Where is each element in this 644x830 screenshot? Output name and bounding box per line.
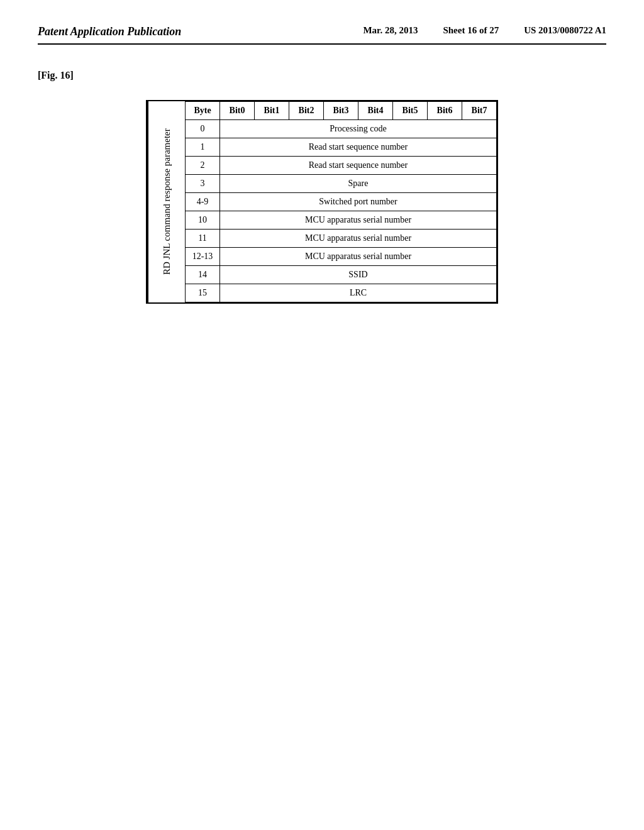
- table-row: 10 MCU apparatus serial number: [186, 211, 497, 230]
- table-row: 1 Read start sequence number: [186, 138, 497, 157]
- cell-byte: 4-9: [186, 193, 220, 211]
- col-header-bit6: Bit6: [428, 102, 462, 120]
- cell-description: Switched port number: [220, 193, 497, 211]
- data-table: Byte Bit0 Bit1 Bit2 Bit3 Bit4 Bit5 Bit6 …: [185, 101, 497, 302]
- table-header-row: Byte Bit0 Bit1 Bit2 Bit3 Bit4 Bit5 Bit6 …: [186, 102, 497, 120]
- cell-description: MCU apparatus serial number: [220, 211, 497, 230]
- cell-byte: 0: [186, 120, 220, 138]
- cell-description: Read start sequence number: [220, 157, 497, 175]
- publication-date: Mar. 28, 2013: [363, 25, 418, 36]
- table-outer-border: RD JNL command response parameter Byte B…: [146, 100, 498, 304]
- cell-description: SSID: [220, 266, 497, 284]
- sheet-info: Sheet 16 of 27: [443, 25, 499, 36]
- col-header-bit1: Bit1: [255, 102, 289, 120]
- col-header-bit3: Bit3: [324, 102, 358, 120]
- table-container: RD JNL command response parameter Byte B…: [38, 100, 606, 304]
- cell-byte: 15: [186, 284, 220, 302]
- col-header-bit4: Bit4: [358, 102, 393, 120]
- cell-description: Spare: [220, 175, 497, 193]
- page: Patent Application Publication Mar. 28, …: [0, 0, 644, 830]
- vertical-label: RD JNL command response parameter: [147, 101, 185, 302]
- cell-byte: 1: [186, 138, 220, 157]
- table-row: 2 Read start sequence number: [186, 157, 497, 175]
- cell-byte: 2: [186, 157, 220, 175]
- table-row: 15 LRC: [186, 284, 497, 302]
- cell-description: MCU apparatus serial number: [220, 248, 497, 266]
- cell-byte: 10: [186, 211, 220, 230]
- cell-byte: 3: [186, 175, 220, 193]
- table-row: 11 MCU apparatus serial number: [186, 230, 497, 248]
- header-meta: Mar. 28, 2013 Sheet 16 of 27 US 2013/008…: [363, 25, 606, 36]
- table-row: 0 Processing code: [186, 120, 497, 138]
- table-row: 12-13 MCU apparatus serial number: [186, 248, 497, 266]
- col-header-bit2: Bit2: [289, 102, 324, 120]
- cell-byte: 11: [186, 230, 220, 248]
- patent-number: US 2013/0080722 A1: [524, 25, 606, 36]
- cell-byte: 12-13: [186, 248, 220, 266]
- cell-description: MCU apparatus serial number: [220, 230, 497, 248]
- table-row: 3 Spare: [186, 175, 497, 193]
- col-header-byte: Byte: [186, 102, 220, 120]
- cell-description: Processing code: [220, 120, 497, 138]
- table-row: 4-9 Switched port number: [186, 193, 497, 211]
- figure-label: [Fig. 16]: [38, 70, 606, 81]
- cell-description: Read start sequence number: [220, 138, 497, 157]
- publication-title: Patent Application Publication: [38, 25, 181, 38]
- col-header-bit7: Bit7: [462, 102, 497, 120]
- cell-byte: 14: [186, 266, 220, 284]
- col-header-bit5: Bit5: [393, 102, 428, 120]
- table-wrapper: Byte Bit0 Bit1 Bit2 Bit3 Bit4 Bit5 Bit6 …: [185, 101, 497, 302]
- col-header-bit0: Bit0: [220, 102, 255, 120]
- page-header: Patent Application Publication Mar. 28, …: [38, 25, 606, 45]
- table-row: 14 SSID: [186, 266, 497, 284]
- cell-description: LRC: [220, 284, 497, 302]
